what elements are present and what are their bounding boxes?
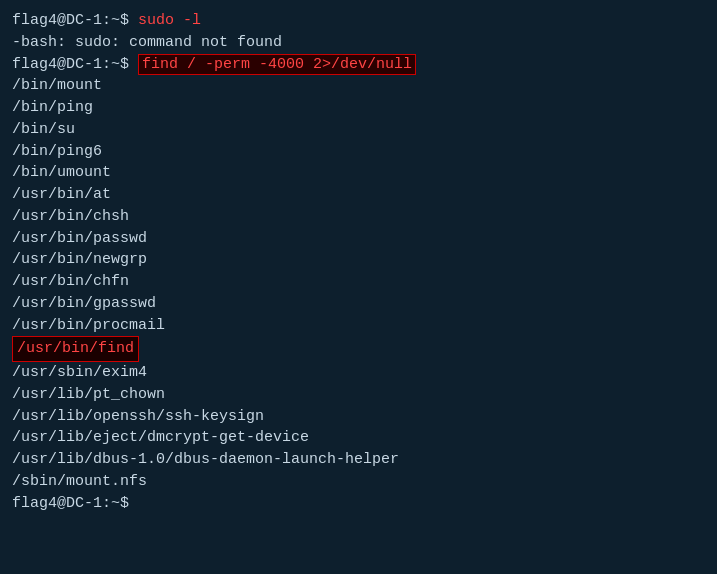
output-dbus-helper: /usr/lib/dbus-1.0/dbus-daemon-launch-hel… bbox=[12, 449, 705, 471]
output-bin-mount: /bin/mount bbox=[12, 75, 705, 97]
output-usr-bin-chfn: /usr/bin/chfn bbox=[12, 271, 705, 293]
output-sudo-error: -bash: sudo: command not found bbox=[12, 34, 282, 51]
output-bin-umount: /bin/umount bbox=[12, 162, 705, 184]
output-usr-lib-pt-chown: /usr/lib/pt_chown bbox=[12, 384, 705, 406]
output-eject-dmcrypt: /usr/lib/eject/dmcrypt-get-device bbox=[12, 427, 705, 449]
output-usr-bin-gpasswd: /usr/bin/gpasswd bbox=[12, 293, 705, 315]
cmd-sudo: sudo -l bbox=[138, 12, 201, 29]
output-usr-bin-passwd: /usr/bin/passwd bbox=[12, 228, 705, 250]
prompt-2: flag4@DC-1:~$ bbox=[12, 56, 138, 73]
line-final-prompt: flag4@DC-1:~$ bbox=[12, 493, 705, 515]
output-usr-bin-at: /usr/bin/at bbox=[12, 184, 705, 206]
line-1: flag4@DC-1:~$ sudo -l bbox=[12, 10, 705, 32]
output-bin-ping: /bin/ping bbox=[12, 97, 705, 119]
prompt-1: flag4@DC-1:~$ bbox=[12, 12, 138, 29]
cmd-find: find / -perm -4000 2>/dev/null bbox=[138, 54, 416, 75]
output-usr-bin-find: /usr/bin/find bbox=[12, 336, 705, 362]
output-usr-bin-procmail: /usr/bin/procmail bbox=[12, 315, 705, 337]
prompt-final: flag4@DC-1:~$ bbox=[12, 495, 129, 512]
line-3: flag4@DC-1:~$ find / -perm -4000 2>/dev/… bbox=[12, 54, 705, 76]
terminal-window: flag4@DC-1:~$ sudo -l -bash: sudo: comma… bbox=[12, 10, 705, 564]
output-usr-bin-newgrp: /usr/bin/newgrp bbox=[12, 249, 705, 271]
output-bin-su: /bin/su bbox=[12, 119, 705, 141]
output-openssh-keysign: /usr/lib/openssh/ssh-keysign bbox=[12, 406, 705, 428]
output-bin-ping6: /bin/ping6 bbox=[12, 141, 705, 163]
output-usr-bin-chsh: /usr/bin/chsh bbox=[12, 206, 705, 228]
line-2: -bash: sudo: command not found bbox=[12, 32, 705, 54]
output-usr-sbin-exim4: /usr/sbin/exim4 bbox=[12, 362, 705, 384]
output-sbin-mount-nfs: /sbin/mount.nfs bbox=[12, 471, 705, 493]
highlighted-find-path: /usr/bin/find bbox=[12, 336, 139, 362]
